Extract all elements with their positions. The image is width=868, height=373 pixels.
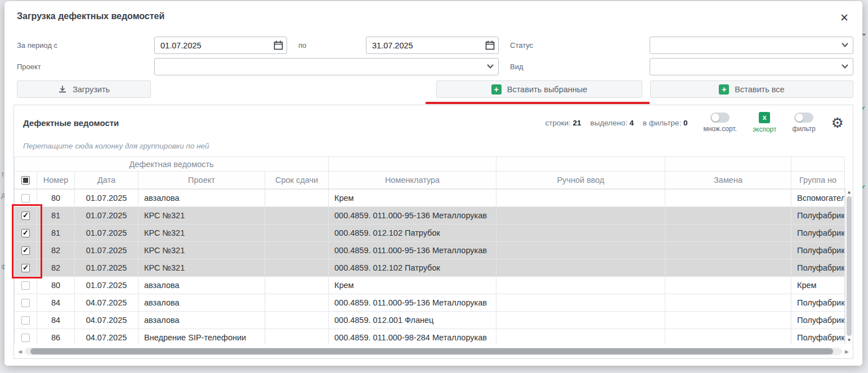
cell-nomenclature: 000.4859. 011.000-98-284 Металлорукав — [329, 329, 496, 345]
defect-sheets-panel: Дефектные ведомости строки: 21 выделено:… — [14, 105, 853, 359]
export-control[interactable]: x экспорт — [753, 112, 777, 133]
selected-count: выделено: 4 — [590, 119, 634, 127]
row-checkbox[interactable] — [21, 299, 30, 307]
table-row[interactable]: 84 04.07.2025 авзалова 000.4859. 012.001… — [15, 312, 845, 329]
date-from-input[interactable] — [154, 37, 287, 54]
row-checkbox[interactable] — [21, 264, 30, 272]
table-row[interactable]: 81 01.07.2025 КРС №321 000.4859. 011.000… — [15, 207, 845, 224]
column-header-project[interactable]: Проект — [138, 172, 265, 189]
row-checkbox[interactable] — [21, 316, 30, 325]
row-checkbox[interactable] — [21, 281, 30, 290]
cell-number: 81 — [37, 224, 75, 242]
scroll-down-arrow[interactable]: ▼ — [845, 338, 853, 343]
period-from-label: За период с — [17, 41, 154, 50]
cell-replacement — [665, 259, 791, 277]
column-header-group[interactable]: Группа но — [791, 172, 845, 189]
toggle-off-icon[interactable] — [710, 113, 730, 123]
grid-title: Дефектные ведомости — [23, 118, 119, 128]
filter-row-project: Проект Вид — [14, 58, 853, 75]
cell-due-date — [265, 312, 329, 329]
cell-due-date — [265, 242, 329, 259]
insert-selected-button[interactable]: + Вставить выбранные — [436, 80, 642, 98]
row-checkbox[interactable] — [21, 246, 30, 255]
cell-due-date — [265, 224, 329, 242]
export-label: экспорт — [753, 125, 777, 133]
cell-date: 01.07.2025 — [75, 224, 138, 242]
scroll-right-arrow[interactable]: ▶ — [845, 349, 849, 354]
cell-nomenclature: 000.4859. 012.102 Патрубок — [329, 259, 496, 277]
type-select[interactable] — [650, 58, 853, 75]
grid-body-table: 80 01.07.2025 авзалова Крем Вспомогател … — [14, 189, 845, 344]
gear-icon[interactable]: ⚙ — [831, 116, 844, 130]
scroll-left-arrow[interactable]: ◀ — [18, 349, 22, 354]
cell-nomenclature: Крем — [329, 277, 496, 294]
multisort-label: множ.сорт. — [703, 125, 737, 133]
insert-all-label: Вставить все — [735, 85, 784, 94]
column-header-manual-input[interactable]: Ручной ввод — [496, 172, 665, 189]
column-header-replacement[interactable]: Замена — [665, 172, 791, 189]
table-row[interactable]: 86 04.07.2025 Внедрение SIP-телефонии 00… — [15, 329, 845, 345]
load-button[interactable]: Загрузить — [17, 80, 151, 98]
cell-number: 82 — [37, 242, 75, 259]
multisort-toggle[interactable]: множ.сорт. — [703, 113, 737, 133]
cell-project: авзалова — [138, 312, 265, 329]
cell-manual-input — [496, 329, 665, 345]
vertical-scrollbar[interactable]: ▲ ▼ — [845, 188, 853, 344]
date-from-field — [154, 37, 287, 54]
column-header-date[interactable]: Дата — [75, 172, 138, 189]
filter-label: фильтр — [793, 125, 816, 133]
scroll-up-arrow[interactable]: ▲ — [845, 190, 853, 195]
column-header-due-date[interactable]: Срок сдачи — [265, 172, 329, 189]
cell-project: авзалова — [138, 190, 265, 207]
rows-count: строки: 21 — [545, 119, 581, 127]
cell-project: КРС №321 — [138, 224, 265, 242]
table-row[interactable]: 82 01.07.2025 КРС №321 000.4859. 011.000… — [15, 242, 845, 259]
row-checkbox[interactable] — [21, 229, 30, 237]
cell-due-date — [265, 259, 329, 277]
cell-replacement — [665, 294, 791, 312]
date-to-input[interactable] — [366, 37, 499, 54]
select-all-checkbox[interactable] — [21, 176, 30, 185]
status-select[interactable] — [650, 37, 853, 54]
table-row[interactable]: 82 01.07.2025 КРС №321 000.4859. 012.102… — [15, 259, 845, 277]
close-icon[interactable]: ✕ — [838, 11, 851, 24]
table-row[interactable]: 84 04.07.2025 авзалова 000.4859. 011.000… — [15, 294, 845, 312]
table-row[interactable]: 80 01.07.2025 авзалова Крем Вспомогател — [15, 190, 845, 207]
cell-manual-input — [496, 312, 665, 329]
filter-toggle[interactable]: фильтр — [793, 113, 816, 133]
horizontal-scroll-track[interactable] — [25, 348, 842, 355]
cell-project: авзалова — [138, 294, 265, 312]
table-row[interactable]: 81 01.07.2025 КРС №321 000.4859. 012.102… — [15, 224, 845, 242]
horizontal-scroll-thumb[interactable] — [30, 348, 833, 354]
insert-selected-label: Вставить выбранные — [507, 85, 588, 94]
cell-due-date — [265, 329, 329, 345]
toggle-off-icon[interactable] — [794, 113, 813, 123]
grid-group-header-row: Дефектная ведомость — [15, 157, 845, 172]
cell-replacement — [665, 190, 791, 207]
cell-group: Крем — [791, 277, 845, 294]
cell-number: 82 — [37, 259, 75, 277]
cell-project: КРС №321 — [138, 242, 265, 259]
cell-replacement — [665, 224, 791, 242]
column-header-number[interactable]: Номер — [37, 172, 75, 189]
excel-export-icon[interactable]: x — [759, 112, 770, 123]
group-by-hint: Перетащите сюда колонку для группировки … — [14, 133, 853, 156]
filtered-count: в фильтре: 0 — [643, 119, 688, 127]
project-select[interactable] — [154, 58, 499, 75]
insert-all-button[interactable]: + Вставить все — [650, 80, 853, 98]
cell-manual-input — [496, 224, 665, 242]
cell-manual-input — [496, 277, 665, 294]
vertical-scroll-thumb[interactable] — [847, 196, 852, 336]
table-row[interactable]: 80 01.07.2025 авзалова Крем Крем — [15, 277, 845, 294]
cell-date: 01.07.2025 — [75, 277, 138, 294]
row-checkbox[interactable] — [21, 194, 30, 203]
horizontal-scrollbar[interactable]: ◀ ▶ — [16, 347, 851, 356]
cell-date: 04.07.2025 — [75, 294, 138, 312]
cell-group: Вспомогател — [791, 190, 845, 207]
cell-nomenclature: 000.4859. 012.102 Патрубок — [329, 224, 496, 242]
row-checkbox[interactable] — [21, 212, 30, 220]
column-header-nomenclature[interactable]: Номенклатура — [329, 172, 496, 189]
plus-icon: + — [719, 84, 729, 95]
row-checkbox[interactable] — [21, 334, 30, 342]
cell-number: 84 — [37, 294, 75, 312]
